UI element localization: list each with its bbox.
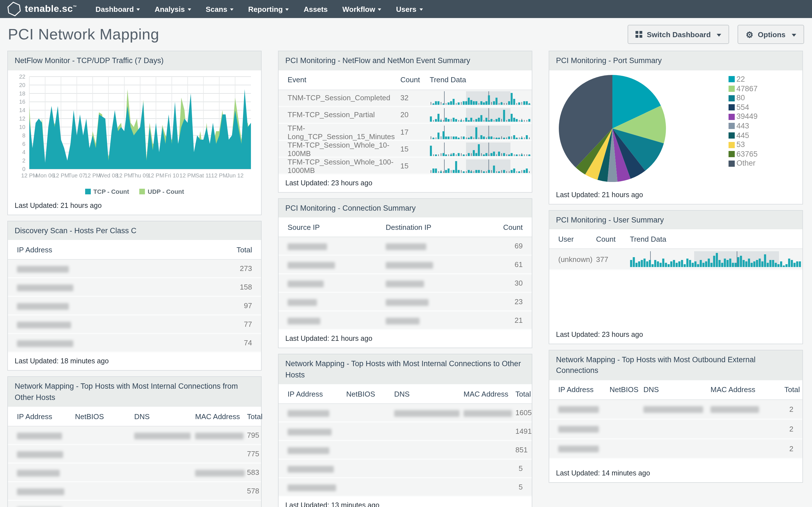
svg-text:2: 2 [22, 157, 26, 163]
table-row[interactable]: 2 [549, 439, 802, 459]
redacted-mac [195, 433, 244, 439]
legend-swatch [728, 86, 735, 92]
pie-legend-item: 39449 [728, 112, 758, 121]
svg-text:12: 12 [19, 115, 26, 121]
panel-title[interactable]: PCI Monitoring - NetFlow and NetMon Even… [278, 51, 532, 70]
table-row[interactable]: 2 [549, 419, 802, 439]
redacted-ip [17, 321, 71, 328]
svg-text:16: 16 [19, 99, 26, 105]
table-header: Source IP Destination IP Count [278, 217, 532, 237]
table-row[interactable]: 851 [278, 441, 532, 460]
nav-item-dashboard[interactable]: Dashboard [88, 0, 147, 18]
svg-text:Fri 10: Fri 10 [165, 172, 179, 178]
panel-title[interactable]: PCI Monitoring - User Summary [549, 210, 802, 229]
table-row[interactable]: 462 [8, 501, 261, 507]
panel-event-summary: PCI Monitoring - NetFlow and NetMon Even… [278, 51, 532, 192]
panel-title[interactable]: PCI Monitoring - Port Summary [549, 51, 802, 70]
table-row[interactable]: TFM-TCP_Session_Whole_100-1000MB15 [278, 158, 532, 174]
top-nav: tenable.sc™ Dashboard Analysis Scans Rep… [0, 0, 812, 18]
table-row[interactable]: 30 [278, 274, 532, 293]
panel-user-summary: PCI Monitoring - User Summary User Count… [549, 210, 803, 344]
table-row[interactable]: 97 [8, 297, 261, 316]
panel-title[interactable]: Network Mapping - Top Hosts with Most In… [8, 377, 261, 407]
nav-item-users[interactable]: Users [389, 0, 430, 18]
table-row[interactable]: (unknown)377 [549, 249, 802, 270]
chevron-down-icon [230, 8, 234, 11]
col-ip-address: IP Address [17, 412, 75, 421]
redacted-dns [394, 410, 460, 417]
panel-title[interactable]: PCI Monitoring - Connection Summary [278, 199, 532, 217]
table-row[interactable]: 21 [278, 312, 532, 330]
svg-text:6: 6 [22, 140, 26, 147]
table-row[interactable]: 273 [8, 260, 261, 278]
legend-label: 443 [737, 122, 749, 130]
table-row[interactable]: 775 [8, 445, 261, 464]
legend-swatch [728, 95, 735, 101]
legend-label: 445 [737, 131, 749, 139]
nav-item-workflow[interactable]: Workflow [335, 0, 389, 18]
table-row[interactable]: 578 [8, 483, 261, 501]
table-row[interactable]: TFM-Long_TCP_Session_15_Minutes17 [278, 124, 532, 140]
table-row[interactable]: 1605 [278, 404, 532, 423]
table-row[interactable]: TFM-TCP_Session_Whole_10-100MB15 [278, 140, 532, 158]
tenable-logo[interactable]: tenable.sc™ [0, 0, 88, 18]
table-row[interactable]: 583 [8, 464, 261, 483]
redacted-ip [288, 429, 332, 436]
legend-swatch [728, 76, 735, 82]
panel-internal-connections-to: Network Mapping - Top Hosts with Most In… [278, 354, 532, 507]
table-row[interactable]: TFM-TCP_Session_Partial20 [278, 107, 532, 124]
pie-legend-item: 22 [728, 75, 758, 84]
table-row[interactable]: 158 [8, 278, 261, 297]
redacted-dns [134, 433, 191, 439]
panel-title[interactable]: NetFlow Monitor - TCP/UDP Traffic (7 Day… [8, 51, 261, 70]
svg-text:14: 14 [19, 107, 26, 113]
col-mac-address: MAC Address [463, 390, 515, 398]
last-updated: Last Updated: 21 hours ago [278, 330, 532, 348]
panel-title[interactable]: Discovery Scan - Hosts Per Class C [8, 221, 261, 240]
table-row[interactable]: 23 [278, 293, 532, 312]
pie-legend-item: 443 [728, 121, 758, 131]
table-row[interactable]: 69 [278, 237, 532, 256]
svg-text:Thu 09: Thu 09 [132, 172, 149, 178]
nav-item-analysis[interactable]: Analysis [147, 0, 199, 18]
tcp-swatch [85, 188, 91, 194]
legend-swatch [728, 160, 735, 166]
table-row[interactable]: 5 [278, 460, 532, 478]
col-source-ip: Source IP [288, 223, 386, 231]
legend-label: 53 [737, 141, 745, 149]
table-row[interactable]: 61 [278, 256, 532, 274]
svg-text:12 PM: 12 PM [116, 172, 133, 178]
port-pie-chart: 224786780554394494434455363765Other [549, 70, 802, 186]
col-count: Count [489, 223, 523, 231]
table-row[interactable]: 795 [8, 427, 261, 445]
col-mac-address: MAC Address [195, 412, 247, 421]
options-button[interactable]: ⚙ Options [738, 25, 804, 44]
redacted-ip [386, 318, 419, 324]
redacted-ip [288, 318, 320, 324]
panel-connection-summary: PCI Monitoring - Connection Summary Sour… [278, 198, 532, 348]
table-row[interactable]: 74 [8, 334, 261, 353]
table-row[interactable]: 5 [278, 478, 532, 497]
svg-text:8: 8 [22, 132, 26, 138]
table-header: IP Address NetBIOS DNS MAC Address Total [278, 385, 532, 404]
table-row[interactable]: 1491 [278, 423, 532, 441]
nav-item-reporting[interactable]: Reporting [241, 0, 296, 18]
table-row[interactable]: TNM-TCP_Session_Completed32 [278, 90, 532, 107]
redacted-ip [386, 280, 424, 287]
table-row[interactable]: 2 [549, 400, 802, 419]
table-row[interactable]: 77 [8, 316, 261, 334]
nav-item-scans[interactable]: Scans [199, 0, 241, 18]
legend-swatch [728, 132, 735, 138]
redacted-ip [288, 299, 317, 305]
nav-item-assets[interactable]: Assets [296, 0, 335, 18]
svg-text:12 PM: 12 PM [85, 172, 101, 178]
switch-dashboard-button[interactable]: Switch Dashboard [627, 25, 729, 44]
pie-chart[interactable] [549, 70, 684, 186]
panel-title[interactable]: Network Mapping - Top Hosts with Most In… [278, 354, 532, 384]
last-updated: Last Updated: 21 hours ago [549, 186, 802, 204]
legend-label: 63765 [737, 151, 758, 158]
panel-title[interactable]: Network Mapping - Top Hosts with Most Ou… [549, 350, 802, 380]
col-dns: DNS [134, 412, 195, 421]
redacted-ip [17, 340, 73, 347]
redacted-ip [17, 303, 69, 309]
